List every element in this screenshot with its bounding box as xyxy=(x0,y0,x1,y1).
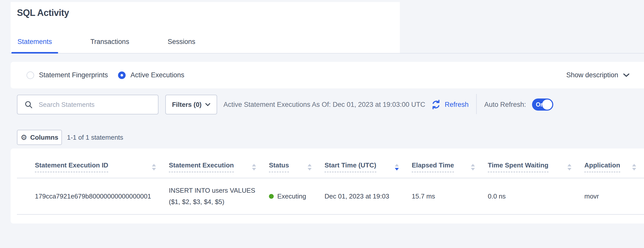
show-description-label: Show description xyxy=(566,71,618,79)
column-header-time-spent-waiting[interactable]: Time Spent Waiting xyxy=(483,161,579,178)
search-input[interactable] xyxy=(38,101,148,109)
column-header-status[interactable]: Status xyxy=(264,161,319,178)
cell-elapsed-time: 15.7 ms xyxy=(407,192,483,200)
results-count: 1-1 of 1 statements xyxy=(67,134,123,141)
sort-icon[interactable] xyxy=(567,164,572,171)
column-header-start-time[interactable]: Start Time (UTC) xyxy=(319,161,407,178)
filters-button[interactable]: Filters (0) xyxy=(165,95,217,114)
tab-transactions[interactable]: Transactions xyxy=(84,38,135,53)
sort-icon[interactable] xyxy=(471,164,475,171)
search-icon xyxy=(24,100,33,109)
filters-label: Filters (0) xyxy=(172,101,201,109)
page-title: SQL Activity xyxy=(17,8,69,18)
column-header-label: Statement Execution xyxy=(169,161,234,172)
status-dot-icon xyxy=(269,194,274,199)
column-header-label: Application xyxy=(584,161,620,172)
sql-activity-page: SQL Activity Statements Transactions Ses… xyxy=(0,0,644,248)
cell-time-spent-waiting: 0.0 ns xyxy=(483,192,579,200)
table-row[interactable]: 179cca7921e679b80000000000000001 INSERT … xyxy=(17,178,644,215)
tab-sessions[interactable]: Sessions xyxy=(162,38,201,53)
sort-icon[interactable] xyxy=(632,164,636,171)
refresh-icon xyxy=(431,99,441,110)
radio-unselected-icon[interactable] xyxy=(27,71,34,79)
cell-start-time: Dec 01, 2023 at 19:03 xyxy=(319,192,407,200)
column-header-label: Statement Execution ID xyxy=(35,161,108,172)
column-header-label: Status xyxy=(269,161,289,172)
cell-execution-id[interactable]: 179cca7921e679b80000000000000001 xyxy=(17,192,164,200)
sort-icon[interactable] xyxy=(307,164,312,171)
tab-statements[interactable]: Statements xyxy=(11,38,58,53)
columns-button[interactable]: ⚙ Columns xyxy=(17,130,62,145)
toolbar-divider xyxy=(476,94,477,114)
toggle-knob[interactable] xyxy=(542,100,552,110)
as-of-timestamp: Active Statement Executions As Of: Dec 0… xyxy=(223,101,425,109)
column-header-label: Elapsed Time xyxy=(412,161,454,172)
cell-application: movr xyxy=(579,192,644,200)
view-mode-card: Statement Fingerprints Active Executions… xyxy=(11,62,644,88)
table-controls: ⚙ Columns 1-1 of 1 statements xyxy=(17,130,123,145)
radio-label: Statement Fingerprints xyxy=(39,71,108,79)
auto-refresh-toggle[interactable]: On xyxy=(532,98,553,111)
cell-status: Executing xyxy=(264,192,319,200)
refresh-label: Refresh xyxy=(445,101,469,109)
auto-refresh-label: Auto Refresh: xyxy=(484,101,526,109)
chevron-down-icon xyxy=(205,103,211,106)
cell-statement[interactable]: INSERT INTO users VALUES ($1, $2, $3, $4… xyxy=(164,185,264,208)
radio-label: Active Executions xyxy=(130,71,184,79)
chevron-down-icon xyxy=(623,73,630,77)
table-header-row: Statement Execution ID Statement Executi… xyxy=(17,148,644,178)
column-header-label: Start Time (UTC) xyxy=(325,161,376,172)
column-header-application[interactable]: Application xyxy=(579,161,644,178)
statements-table: Statement Execution ID Statement Executi… xyxy=(11,148,644,224)
sort-icon[interactable] xyxy=(252,164,256,171)
column-header-label: Time Spent Waiting xyxy=(488,161,548,172)
refresh-button[interactable]: Refresh xyxy=(431,99,469,110)
radio-statement-fingerprints[interactable]: Statement Fingerprints xyxy=(27,71,108,79)
sort-icon[interactable] xyxy=(152,164,156,171)
column-header-statement-execution-id[interactable]: Statement Execution ID xyxy=(17,161,164,178)
column-header-statement-execution[interactable]: Statement Execution xyxy=(164,161,264,178)
auto-refresh-group: Auto Refresh: On xyxy=(484,95,553,114)
tabbar: Statements Transactions Sessions xyxy=(11,38,228,53)
statement-line-2: ($1, $2, $3, $4, $5) xyxy=(169,196,264,208)
radio-selected-icon[interactable] xyxy=(118,71,126,79)
column-header-elapsed-time[interactable]: Elapsed Time xyxy=(407,161,483,178)
sort-icon-active-desc[interactable] xyxy=(395,164,399,171)
status-label: Executing xyxy=(277,192,306,200)
columns-label: Columns xyxy=(30,134,58,141)
show-description-toggle[interactable]: Show description xyxy=(566,62,630,88)
radio-active-executions[interactable]: Active Executions xyxy=(118,71,184,79)
statement-line-1: INSERT INTO users VALUES xyxy=(169,185,264,196)
gear-icon: ⚙ xyxy=(20,134,27,141)
search-box[interactable] xyxy=(17,95,158,114)
